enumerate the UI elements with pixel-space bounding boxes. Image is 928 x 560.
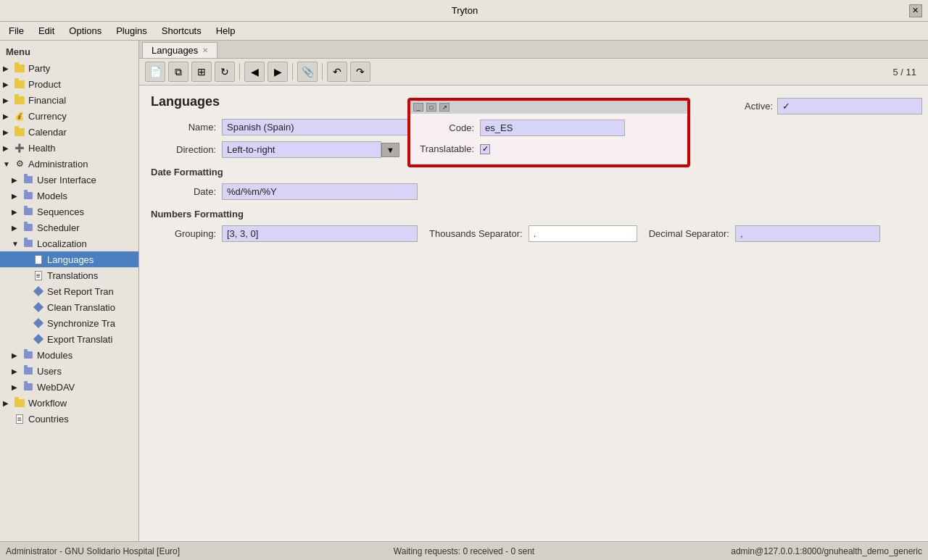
sidebar-item-financial[interactable]: ▶ Financial	[0, 92, 138, 108]
translatable-checkbox[interactable]: ✓	[480, 144, 490, 154]
main-layout: Menu ▶ Party ▶ Product ▶ Financial ▶ 💰 C…	[0, 41, 928, 541]
sidebar-item-modules[interactable]: ▶ Modules	[0, 347, 138, 363]
attach-button[interactable]: 📎	[297, 62, 318, 82]
tab-languages[interactable]: Languages ✕	[142, 42, 218, 58]
active-input[interactable]	[777, 98, 922, 114]
code-input[interactable]	[480, 120, 625, 136]
sidebar-item-administration[interactable]: ▼ ⚙ Administration	[0, 156, 138, 172]
sidebar-item-localization[interactable]: ▼ Localization	[0, 235, 138, 251]
arrow-icon: ▶	[12, 208, 22, 216]
numbers-formatting-title: Numbers Formatting	[151, 209, 916, 220]
popup-maximize-button[interactable]: □	[426, 103, 436, 112]
sidebar-item-languages[interactable]: ≡ Languages	[0, 251, 138, 267]
sidebar-label-users: Users	[37, 366, 62, 377]
sidebar-item-export-translati[interactable]: Export Translati	[0, 331, 138, 347]
popup-translatable-row: Translatable: ✓	[416, 143, 682, 154]
popup-restore-button[interactable]: ↗	[439, 103, 450, 112]
currency-icon: 💰	[13, 110, 26, 122]
sidebar-label-sequences: Sequences	[37, 206, 84, 217]
name-input[interactable]	[222, 119, 418, 135]
direction-input[interactable]	[222, 141, 381, 158]
thousands-sep-input[interactable]	[529, 225, 637, 242]
direction-select-wrapper: ▼	[222, 141, 399, 158]
arrow-icon: ▶	[3, 96, 13, 104]
models-icon	[22, 190, 35, 201]
sidebar-item-party[interactable]: ▶ Party	[0, 60, 138, 76]
sidebar-label-set-report-tran: Set Report Tran	[47, 286, 114, 297]
redo-button[interactable]: ↷	[350, 62, 370, 82]
sidebar-item-user-interface[interactable]: ▶ User Interface	[0, 172, 138, 188]
new-button[interactable]: 📄	[145, 62, 165, 82]
tab-label: Languages	[152, 45, 198, 56]
sidebar-item-scheduler[interactable]: ▶ Scheduler	[0, 220, 138, 235]
arrow-icon: ▶	[3, 112, 13, 120]
sidebar-item-sequences[interactable]: ▶ Sequences	[0, 204, 138, 220]
sidebar-label-localization: Localization	[37, 238, 87, 249]
sidebar-item-health[interactable]: ▶ ➕ Health	[0, 140, 138, 156]
sidebar-item-webdav[interactable]: ▶ WebDAV	[0, 379, 138, 395]
sidebar-label-health: Health	[28, 143, 56, 154]
user-interface-icon	[22, 174, 35, 185]
sidebar-label-product: Product	[28, 79, 61, 90]
sidebar-label-user-interface: User Interface	[37, 175, 96, 185]
sidebar-item-currency[interactable]: ▶ 💰 Currency	[0, 108, 138, 124]
reload-button[interactable]: ↻	[215, 62, 235, 82]
sidebar-label-modules: Modules	[37, 350, 72, 361]
red-popup: _ □ ↗ Code: Translatable: ✓	[407, 98, 690, 167]
menu-options[interactable]: Options	[63, 24, 107, 38]
sidebar-item-models[interactable]: ▶ Models	[0, 188, 138, 204]
sidebar-label-synchronize-tra: Synchronize Tra	[47, 318, 115, 329]
product-icon	[13, 78, 26, 90]
date-input[interactable]	[222, 183, 418, 200]
sidebar-label-financial: Financial	[28, 95, 66, 106]
menu-file[interactable]: File	[3, 24, 30, 38]
sidebar-item-clean-translatio[interactable]: Clean Translatio	[0, 299, 138, 315]
sidebar-item-workflow[interactable]: ▶ Workflow	[0, 395, 138, 411]
statusbar-right: admin@127.0.0.1:8000/gnuhealth_demo_gene…	[617, 546, 922, 556]
translatable-label: Translatable:	[416, 143, 474, 154]
calendar-icon	[13, 126, 26, 138]
sidebar-label-webdav: WebDAV	[37, 382, 75, 393]
arrow-icon: ▶	[12, 224, 22, 232]
arrow-icon: ▶	[3, 64, 13, 72]
sidebar-item-product[interactable]: ▶ Product	[0, 76, 138, 92]
record-counter: 5 / 11	[892, 67, 916, 78]
decimal-sep-input[interactable]	[735, 225, 880, 242]
localization-icon	[22, 238, 35, 249]
numbers-row: Grouping: Thousands Separator: Decimal S…	[151, 225, 916, 242]
duplicate-button[interactable]: ⧉	[168, 62, 188, 82]
sidebar-label-languages: Languages	[47, 254, 94, 265]
prev-button[interactable]: ◀	[244, 62, 265, 82]
sidebar-item-set-report-tran[interactable]: Set Report Tran	[0, 283, 138, 299]
arrow-icon: ▼	[3, 160, 13, 168]
statusbar: Administrator - GNU Solidario Hospital […	[0, 541, 928, 560]
sidebar-label-translations: Translations	[47, 270, 98, 281]
sidebar-item-users[interactable]: ▶ Users	[0, 363, 138, 379]
grouping-input[interactable]	[222, 225, 418, 242]
menu-plugins[interactable]: Plugins	[110, 24, 153, 38]
menu-edit[interactable]: Edit	[33, 24, 60, 38]
close-button[interactable]: ✕	[909, 4, 922, 17]
tab-close-button[interactable]: ✕	[202, 46, 208, 54]
sidebar-item-translations[interactable]: ≡ Translations	[0, 267, 138, 283]
sidebar-item-countries[interactable]: ≡ Countries	[0, 411, 138, 427]
arrow-icon: ▶	[12, 176, 22, 184]
app-title: Tryton	[452, 5, 478, 16]
next-button[interactable]: ▶	[268, 62, 288, 82]
party-icon	[13, 62, 26, 74]
arrow-icon: ▶	[3, 80, 13, 88]
sidebar-label-party: Party	[28, 63, 50, 74]
scheduler-icon	[22, 222, 35, 233]
direction-dropdown-button[interactable]: ▼	[381, 143, 399, 157]
menu-shortcuts[interactable]: Shortcuts	[156, 24, 207, 38]
sidebar-item-calendar[interactable]: ▶ Calendar	[0, 124, 138, 140]
undo-button[interactable]: ↶	[327, 62, 347, 82]
sidebar-label-countries: Countries	[28, 414, 69, 425]
popup-titlebar: _ □ ↗	[410, 101, 687, 114]
fit-button[interactable]: ⊞	[191, 62, 212, 82]
direction-label: Direction:	[151, 144, 216, 155]
sidebar-item-synchronize-tra[interactable]: Synchronize Tra	[0, 315, 138, 331]
date-row: Date:	[151, 183, 916, 200]
menu-help[interactable]: Help	[210, 24, 241, 38]
popup-minimize-button[interactable]: _	[413, 103, 423, 112]
